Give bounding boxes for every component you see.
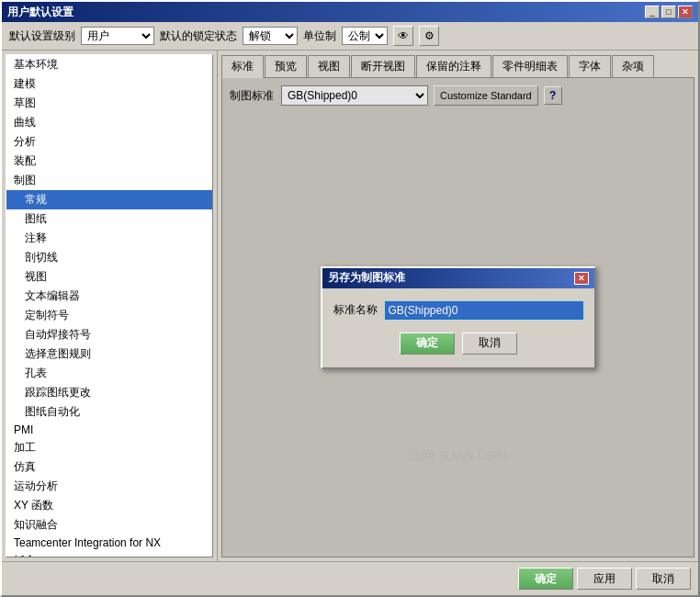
list-item[interactable]: 自动焊接符号 — [6, 325, 212, 344]
tab-标准[interactable]: 标准 — [221, 55, 264, 78]
ok-button[interactable]: 确定 — [518, 568, 573, 590]
list-item[interactable]: 钣金 — [6, 551, 212, 558]
minimize-button[interactable]: _ — [645, 6, 660, 18]
list-item[interactable]: Teamcenter Integration for NX — [6, 535, 212, 551]
tab-保留的注释[interactable]: 保留的注释 — [416, 55, 491, 78]
list-item[interactable]: 定制符号 — [6, 306, 212, 325]
tab-断开视图[interactable]: 断开视图 — [351, 55, 415, 78]
level-select[interactable]: 用户 — [81, 27, 154, 45]
tabs-row: 标准预览视图断开视图保留的注释零件明细表字体杂项 — [221, 54, 694, 77]
dialog-buttons: 确定 取消 — [333, 332, 583, 358]
list-item[interactable]: 孔表 — [6, 364, 212, 383]
tab-预览[interactable]: 预览 — [265, 55, 307, 78]
list-item[interactable]: 装配 — [6, 152, 212, 171]
list-item[interactable]: 曲线 — [6, 113, 212, 132]
list-item[interactable]: PMI — [6, 422, 212, 438]
dialog-cancel-button[interactable]: 取消 — [462, 332, 517, 355]
list-item[interactable]: 仿真 — [6, 457, 212, 477]
list-item[interactable]: 加工 — [6, 438, 212, 457]
list-item[interactable]: 基本环境 — [6, 55, 212, 74]
list-item[interactable]: 选择意图规则 — [6, 344, 212, 364]
list-item[interactable]: 注释 — [6, 229, 212, 248]
title-bar-controls: _ □ ✕ — [645, 6, 693, 18]
left-panel-list[interactable]: 基本环境建模草图曲线分析装配制图常规图纸注释剖切线视图文本编辑器定制符号自动焊接… — [6, 54, 213, 558]
tab-content: 制图标准 GB(Shipped)0 Customize Standard ? 次… — [221, 77, 694, 558]
save-standard-dialog: 另存为制图标准 ✕ 标准名称 确定 取消 — [321, 266, 596, 369]
dialog-field-label: 标准名称 — [333, 302, 378, 318]
list-item[interactable]: 运动分析 — [6, 477, 212, 496]
list-item[interactable]: 跟踪图纸更改 — [6, 383, 212, 402]
toolbar-row: 默认设置级别 用户 默认的锁定状态 解锁 单位制 公制 👁 ⚙ — [2, 22, 698, 51]
dialog-field-row: 标准名称 — [333, 301, 583, 320]
content-area: 基本环境建模草图曲线分析装配制图常规图纸注释剖切线视图文本编辑器定制符号自动焊接… — [2, 51, 698, 561]
list-item[interactable]: 知识融合 — [6, 515, 212, 535]
list-item[interactable]: 视图 — [6, 267, 212, 287]
list-item[interactable]: 剖切线 — [6, 248, 212, 267]
tab-零件明细表[interactable]: 零件明细表 — [492, 55, 568, 78]
dialog-title: 另存为制图标准 — [328, 270, 405, 286]
settings-icon: ⚙ — [424, 29, 435, 42]
dialog-title-bar: 另存为制图标准 ✕ — [322, 268, 594, 288]
list-item[interactable]: 制图 — [6, 171, 212, 190]
right-panel: 标准预览视图断开视图保留的注释零件明细表字体杂项 制图标准 GB(Shipped… — [218, 51, 698, 561]
list-item[interactable]: 文本编辑器 — [6, 287, 212, 306]
unit-label: 单位制 — [303, 28, 336, 44]
close-button[interactable]: ✕ — [678, 6, 693, 18]
tab-杂项[interactable]: 杂项 — [612, 55, 654, 78]
icon-button-2[interactable]: ⚙ — [419, 26, 439, 46]
unit-select[interactable]: 公制 — [342, 27, 388, 45]
icon-button-1[interactable]: 👁 — [393, 26, 413, 46]
lock-select[interactable]: 解锁 — [243, 27, 298, 45]
list-item[interactable]: 图纸自动化 — [6, 402, 212, 422]
level-label: 默认设置级别 — [9, 28, 75, 44]
standard-name-input[interactable] — [385, 301, 583, 320]
dialog-close-button[interactable]: ✕ — [574, 272, 589, 285]
list-item[interactable]: XY 函数 — [6, 496, 212, 515]
eyes-icon: 👁 — [398, 29, 409, 42]
tab-字体[interactable]: 字体 — [569, 55, 611, 78]
list-item[interactable]: 建模 — [6, 74, 212, 94]
main-window: 用户默认设置 _ □ ✕ 默认设置级别 用户 默认的锁定状态 解锁 单位制 公制… — [0, 0, 700, 597]
tab-视图[interactable]: 视图 — [308, 55, 350, 78]
dialog-ok-button[interactable]: 确定 — [400, 332, 455, 355]
cancel-button[interactable]: 取消 — [636, 568, 691, 590]
maximize-button[interactable]: □ — [661, 6, 676, 18]
apply-button[interactable]: 应用 — [577, 568, 632, 590]
list-item[interactable]: 常规 — [6, 190, 212, 209]
bottom-bar: 确定 应用 取消 — [2, 561, 698, 595]
list-item[interactable]: 图纸 — [6, 209, 212, 229]
list-item[interactable]: 分析 — [6, 132, 212, 152]
dialog-body: 标准名称 确定 取消 — [322, 288, 594, 367]
left-panel: 基本环境建模草图曲线分析装配制图常规图纸注释剖切线视图文本编辑器定制符号自动焊接… — [2, 51, 218, 561]
lock-label: 默认的锁定状态 — [160, 28, 237, 44]
title-bar: 用户默认设置 _ □ ✕ — [2, 2, 698, 22]
window-title: 用户默认设置 — [7, 5, 73, 20]
dialog-overlay: 另存为制图标准 ✕ 标准名称 确定 取消 — [222, 78, 694, 557]
list-item[interactable]: 草图 — [6, 94, 212, 113]
